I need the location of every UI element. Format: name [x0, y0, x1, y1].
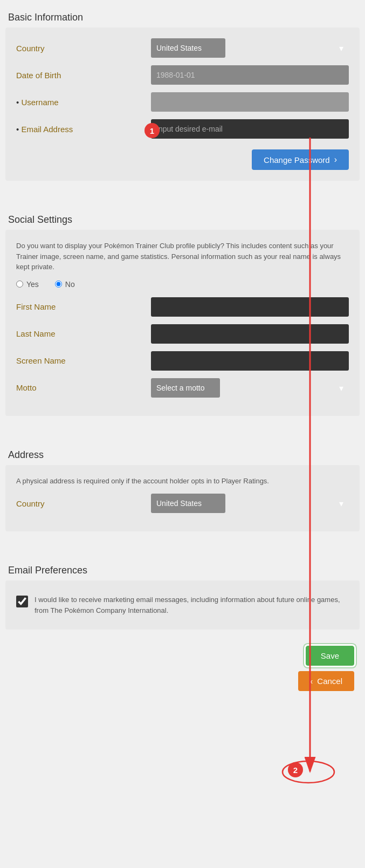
motto-row: Motto Select a motto [16, 378, 349, 398]
dob-label: Date of Birth [16, 71, 151, 80]
firstname-label: First Name [16, 302, 151, 311]
social-settings-title: Social Settings [0, 208, 365, 230]
email-preferences-section: Email Preferences I would like to receiv… [0, 558, 365, 630]
dob-input[interactable] [151, 65, 349, 85]
public-no-label[interactable]: No [55, 280, 75, 289]
svg-point-1 [283, 761, 334, 783]
motto-label: Motto [16, 383, 151, 392]
dob-row: Date of Birth [16, 65, 349, 85]
chevron-right-icon: › [334, 155, 337, 165]
email-preferences-title: Email Preferences [0, 558, 365, 580]
public-no-radio[interactable] [55, 281, 62, 288]
email-preferences-card: I would like to receive marketing email … [5, 580, 360, 630]
public-yes-label[interactable]: Yes [16, 280, 39, 289]
chevron-left-icon: ‹ [310, 676, 313, 686]
bottom-buttons: Save ‹ Cancel [0, 640, 365, 702]
email-pref-row: I would like to receive marketing email … [16, 591, 349, 619]
cancel-button[interactable]: ‹ Cancel [298, 671, 354, 691]
social-info-text: Do you want to display your Pokémon Trai… [16, 241, 349, 272]
username-label: Username [16, 98, 151, 107]
basic-info-section: Basic Information Country United States … [0, 5, 365, 181]
email-pref-text: I would like to receive marketing email … [35, 594, 349, 616]
username-row: Username [16, 92, 349, 112]
address-country-row: Country United States Canada United King… [16, 494, 349, 513]
country-select-wrapper: United States Canada United Kingdom [151, 38, 349, 58]
save-highlight [281, 760, 335, 784]
social-settings-section: Social Settings Do you want to display y… [0, 208, 365, 416]
basic-info-title: Basic Information [0, 5, 365, 28]
email-row: Email Address [16, 119, 349, 139]
address-country-select-wrapper: United States Canada United Kingdom [151, 494, 349, 513]
motto-select[interactable]: Select a motto [151, 378, 220, 398]
screenname-row: Screen Name [16, 351, 349, 371]
address-country-label: Country [16, 499, 151, 508]
cancel-label: Cancel [317, 676, 342, 686]
basic-info-card: Country United States Canada United King… [5, 28, 360, 181]
screenname-input[interactable] [151, 351, 349, 371]
country-row: Country United States Canada United King… [16, 38, 349, 58]
change-password-row: Change Password › [16, 146, 349, 170]
lastname-row: Last Name [16, 324, 349, 344]
lastname-input[interactable] [151, 324, 349, 344]
username-input[interactable] [151, 92, 349, 112]
address-country-select[interactable]: United States Canada United Kingdom [151, 494, 225, 513]
address-section: Address A physical address is required o… [0, 443, 365, 532]
lastname-label: Last Name [16, 329, 151, 338]
change-password-button[interactable]: Change Password › [252, 149, 349, 170]
email-pref-checkbox[interactable] [16, 596, 28, 607]
email-input[interactable] [151, 119, 349, 139]
country-select[interactable]: United States Canada United Kingdom [151, 38, 225, 58]
address-title: Address [0, 443, 365, 465]
save-button[interactable]: Save [306, 646, 354, 666]
social-settings-card: Do you want to display your Pokémon Trai… [5, 230, 360, 416]
address-card: A physical address is required only if t… [5, 465, 360, 532]
country-label: Country [16, 44, 151, 53]
annotation-badge-2: 2 [288, 762, 303, 777]
screenname-label: Screen Name [16, 356, 151, 365]
address-info-text: A physical address is required only if t… [16, 476, 349, 487]
firstname-input[interactable] [151, 297, 349, 317]
email-label: Email Address [16, 125, 151, 134]
change-password-label: Change Password [264, 155, 330, 165]
public-radio-group: Yes No [16, 280, 349, 289]
motto-select-wrapper: Select a motto [151, 378, 349, 398]
firstname-row: First Name [16, 297, 349, 317]
public-yes-radio[interactable] [16, 281, 23, 288]
